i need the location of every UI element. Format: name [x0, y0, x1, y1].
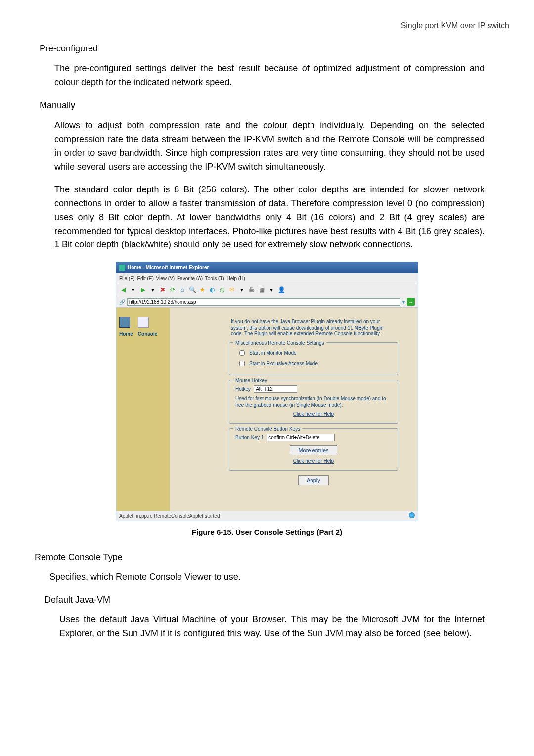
button-key-label: Button Key 1	[235, 434, 264, 442]
manually-paragraph-2: The standard color depth is 8 Bit (256 c…	[54, 183, 485, 252]
manually-paragraph-1: Allows to adjust both compression rate a…	[54, 119, 485, 174]
default-java-vm-paragraph: Uses the default Java Virtual Machine of…	[59, 613, 485, 641]
button-key-row: Button Key 1	[235, 434, 393, 442]
status-text: Applet nn.pp.rc.RemoteConsoleApplet star…	[119, 512, 220, 520]
statusbar: Applet nn.pp.rc.RemoteConsoleApplet star…	[116, 511, 418, 521]
figure-caption: Figure 6-15. User Console Settings (Part…	[25, 526, 509, 538]
console-nav-icon[interactable]	[138, 317, 149, 328]
more-entries-button[interactable]: More entries	[290, 445, 337, 455]
start-exclusive-row[interactable]: Start in Exclusive Access Mode	[237, 359, 393, 368]
print-icon[interactable]: 🖶	[248, 286, 256, 294]
browser-window: Home - Microsoft Internet Explorer File …	[116, 262, 418, 521]
remote-console-type-paragraph: Specifies, which Remote Console Viewer t…	[49, 570, 485, 584]
hotkey-row: Hotkey	[235, 385, 393, 393]
button-keys-legend: Remote Console Button Keys	[233, 425, 302, 433]
preconfigured-heading: Pre-configured	[40, 42, 509, 56]
hotkey-input[interactable]	[254, 385, 297, 393]
nav-panel: Home Console	[116, 308, 170, 511]
hotkey-label: Hotkey	[235, 385, 251, 393]
nav-console-label[interactable]: Console	[138, 331, 157, 338]
default-java-vm-heading: Default Java-VM	[44, 593, 509, 607]
address-label: 🔗	[119, 298, 125, 306]
screenshot-container: Home - Microsoft Internet Explorer File …	[25, 262, 509, 521]
home-icon[interactable]: ⌂	[178, 286, 186, 294]
menubar: File (F) Edit (E) View (V) Favorite (A) …	[116, 273, 418, 284]
plugin-note: If you do not have the Java Browser Plug…	[231, 319, 396, 337]
misc-fieldset: Miscellaneous Remote Console Settings St…	[229, 342, 398, 375]
menu-help[interactable]: Help (H)	[227, 276, 245, 281]
dropdown-icon-4[interactable]: ▾	[267, 286, 275, 294]
favorites-icon[interactable]: ★	[198, 286, 206, 294]
stop-icon[interactable]: ✖	[159, 286, 167, 294]
search-icon[interactable]: 🔍	[188, 286, 196, 294]
addressbar: 🔗 ▾ →	[116, 296, 418, 308]
go-button[interactable]: →	[407, 298, 415, 306]
menu-file[interactable]: File (F)	[119, 276, 135, 281]
window-title: Home - Microsoft Internet Explorer	[128, 264, 209, 272]
start-exclusive-checkbox[interactable]	[239, 361, 245, 366]
address-dropdown-icon[interactable]: ▾	[402, 298, 405, 306]
history-icon[interactable]: ◷	[218, 286, 226, 294]
menu-edit[interactable]: Edit (E)	[137, 276, 153, 281]
start-monitor-label: Start in Monitor Mode	[249, 349, 297, 357]
ie-icon	[119, 265, 125, 271]
dropdown-icon-3[interactable]: ▾	[238, 286, 246, 294]
apply-button[interactable]: Apply	[298, 475, 329, 485]
home-nav-icon[interactable]	[119, 317, 130, 328]
messenger-icon[interactable]: 👤	[277, 286, 285, 294]
dropdown-icon-2[interactable]: ▾	[149, 286, 157, 294]
button-key-input[interactable]	[267, 434, 335, 441]
manually-heading: Manually	[40, 99, 509, 113]
page-header-right: Single port KVM over IP switch	[25, 20, 509, 32]
menu-tools[interactable]: Tools (T)	[205, 276, 224, 281]
button-keys-help-link[interactable]: Click here for Help	[234, 457, 393, 465]
preconfigured-paragraph: The pre-configured settings deliver the …	[54, 62, 485, 90]
start-exclusive-label: Start in Exclusive Access Mode	[249, 360, 318, 368]
mail-icon[interactable]: ✉	[228, 286, 236, 294]
window-titlebar: Home - Microsoft Internet Explorer	[116, 262, 418, 273]
forward-icon[interactable]: ▶	[139, 286, 147, 294]
hotkey-desc: Used for fast mouse synchronization (in …	[235, 396, 392, 408]
menu-favorite[interactable]: Favorite (A)	[177, 276, 203, 281]
hotkey-help-link[interactable]: Click here for Help	[234, 410, 393, 418]
menu-view[interactable]: View (V)	[156, 276, 175, 281]
main-panel: If you do not have the Java Browser Plug…	[170, 308, 418, 511]
dropdown-icon[interactable]: ▾	[129, 286, 137, 294]
nav-home-label[interactable]: Home	[119, 331, 133, 338]
start-monitor-checkbox[interactable]	[239, 350, 245, 356]
content-area: Home Console If you do not have the Java…	[116, 308, 418, 511]
refresh-icon[interactable]: ⟳	[169, 286, 177, 294]
edit-icon[interactable]: ▦	[258, 286, 266, 294]
back-icon[interactable]: ◀	[119, 286, 127, 294]
remote-console-type-heading: Remote Console Type	[35, 551, 509, 565]
address-input[interactable]	[127, 298, 400, 306]
button-keys-fieldset: Remote Console Button Keys Button Key 1 …	[229, 428, 398, 471]
start-monitor-row[interactable]: Start in Monitor Mode	[237, 349, 393, 357]
apply-wrap: Apply	[229, 475, 398, 485]
misc-legend: Miscellaneous Remote Console Settings	[233, 339, 326, 347]
hotkey-legend: Mouse Hotkey	[233, 377, 269, 385]
hotkey-fieldset: Mouse Hotkey Hotkey Used for fast mouse …	[229, 380, 398, 424]
internet-zone-icon	[409, 512, 415, 518]
toolbar: ◀ ▾ ▶ ▾ ✖ ⟳ ⌂ 🔍 ★ ◐ ◷ ✉ ▾ 🖶 ▦ ▾ 👤	[116, 284, 418, 296]
media-icon[interactable]: ◐	[208, 286, 216, 294]
